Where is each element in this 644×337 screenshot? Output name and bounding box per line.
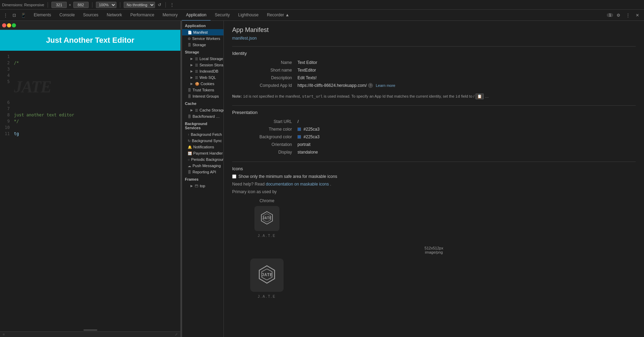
- sidebar-item-cookies[interactable]: ▶ 🍪 Cookies: [182, 81, 223, 87]
- manifest-json-link[interactable]: manifest.json: [232, 36, 636, 41]
- theme-color-value: #225ca3: [295, 125, 636, 133]
- payment-handler-icon: 🪟: [188, 151, 192, 155]
- cache-section-title: Cache: [182, 100, 223, 107]
- presentation-section-title: Presentation: [232, 105, 636, 115]
- computed-app-id-text: https://lit-cliffs-86624.herokuapp.com/: [297, 83, 367, 88]
- icons-section-title: Icons: [232, 162, 636, 171]
- note-text: Note: id is not specified in the manifes…: [232, 92, 636, 101]
- statusbar-icon: ≡: [3, 332, 5, 336]
- interest-groups-icon: 🗄: [188, 94, 191, 98]
- tab-sources[interactable]: Sources: [79, 10, 103, 21]
- tab-network[interactable]: Network: [103, 10, 126, 21]
- tab-elements[interactable]: Elements: [30, 10, 55, 21]
- cache-section: Cache ▶ ☰ Cache Storage 🗄 Back/forward c…: [182, 100, 223, 120]
- sidebar-item-interest-groups[interactable]: 🗄 Interest Groups: [182, 93, 223, 99]
- help-icon[interactable]: ?: [368, 83, 373, 88]
- jate-icon-svg: JATE: [259, 210, 275, 227]
- sidebar-item-service-workers[interactable]: ⚙ Service Workers: [182, 35, 223, 42]
- sidebar-item-bg-sync[interactable]: ↻ Background Sync: [182, 138, 223, 144]
- sidebar-item-local-storage[interactable]: ▶ ☰ Local Storage: [182, 56, 223, 62]
- tab-security[interactable]: Security: [211, 10, 234, 21]
- start-url-label: Start URL: [232, 118, 295, 125]
- sidebar-item-indexeddb[interactable]: ▶ ☰ IndexedDB: [182, 68, 223, 74]
- viewport-height[interactable]: [73, 2, 89, 8]
- maximize-btn[interactable]: [12, 23, 16, 27]
- sidebar-item-websql[interactable]: ▶ ☰ Web SQL: [182, 74, 223, 81]
- copy-id-button[interactable]: 📋: [475, 93, 484, 99]
- sidebar-item-cache-storage[interactable]: ▶ ☰ Cache Storage: [182, 107, 223, 113]
- app-header: Just Another Text Editor: [0, 30, 180, 51]
- sidebar-item-manifest[interactable]: 📄 Manifest: [182, 29, 223, 35]
- bg-sync-icon: ↻: [188, 139, 190, 143]
- settings-icon[interactable]: ⚙: [614, 11, 622, 19]
- bg-color-swatch[interactable]: [297, 135, 301, 139]
- doc-link[interactable]: documentation on maskable icons: [266, 182, 329, 187]
- short-name-label: Short name: [232, 66, 295, 74]
- sidebar-item-top-frame[interactable]: ▶ 🗔 top: [182, 183, 223, 189]
- code-line-7: 7: [0, 106, 180, 112]
- orientation-label: Orientation: [232, 141, 295, 148]
- tab-application[interactable]: Application: [182, 10, 211, 21]
- window-controls: [2, 23, 16, 27]
- more-toolbar-icon[interactable]: ⋮: [169, 2, 175, 8]
- close-devtools-icon[interactable]: ✕: [634, 11, 641, 19]
- sidebar-item-notifications[interactable]: 🔔 Notifications: [182, 144, 223, 150]
- code-line-10: 10: [0, 124, 180, 131]
- sidebar-item-storage[interactable]: 🗄 Storage: [182, 42, 223, 48]
- minimize-btn[interactable]: [7, 23, 11, 27]
- statusbar-right-icon: ⤢: [175, 332, 178, 336]
- sidebar-item-bg-fetch[interactable]: ↑ Background Fetch: [182, 131, 223, 138]
- sidebar-item-back-forward-cache[interactable]: 🗄 Back/forward cache: [182, 113, 223, 120]
- sidebar-item-push-messaging[interactable]: ☁ Push Messaging: [182, 163, 223, 169]
- separator-4: [165, 2, 166, 8]
- local-storage-icon: ☰: [195, 57, 198, 61]
- application-section-title: Application: [182, 22, 223, 29]
- tab-console[interactable]: Console: [55, 10, 79, 21]
- devtools-tabs: Elements Console Sources Network Perform…: [30, 10, 604, 21]
- tab-recorder[interactable]: Recorder ▲: [263, 10, 294, 21]
- device-icon[interactable]: 📱: [19, 11, 28, 19]
- tab-performance[interactable]: Performance: [126, 10, 158, 21]
- devtools-menu-icon[interactable]: ⋮: [1, 11, 10, 19]
- theme-color-swatch[interactable]: [297, 128, 301, 131]
- bg-color-hex: #225ca3: [303, 134, 319, 139]
- sidebar-item-payment-handler[interactable]: 🪟 Payment Handler: [182, 150, 223, 156]
- help-text: Need help? Read documentation on maskabl…: [232, 182, 636, 187]
- viewport-width[interactable]: [51, 2, 67, 8]
- inspect-icon[interactable]: ⊡: [10, 11, 18, 19]
- code-line-5: 5 JATE: [0, 79, 180, 99]
- zoom-select[interactable]: 100%: [96, 2, 116, 8]
- show-safe-area-label: Show only the minimum safe area for mask…: [238, 174, 337, 179]
- arrow-session-storage: ▶: [190, 63, 193, 67]
- manifest-page-title: App Manifest: [232, 26, 636, 34]
- jate-large-icon-svg: JATE: [256, 264, 278, 286]
- show-safe-area-checkbox[interactable]: [232, 174, 236, 179]
- horizontal-scrollbar-thumb[interactable]: [83, 329, 97, 331]
- throttle-select[interactable]: No throttling: [124, 2, 155, 8]
- arrow-local-storage: ▶: [190, 57, 193, 60]
- tab-lighthouse[interactable]: Lighthouse: [234, 10, 263, 21]
- sidebar-item-reporting-api[interactable]: 🗄 Reporting API: [182, 169, 223, 175]
- jate-icon-label: J.A.T.E: [258, 234, 276, 238]
- chrome-icon-box: JATE: [254, 206, 279, 231]
- computed-app-id-label: Computed App Id: [232, 82, 295, 89]
- tab-bar: ⋮ ⊡ 📱 Elements Console Sources Network P…: [0, 10, 644, 21]
- code-line-11: 11 tg: [0, 131, 180, 137]
- more-tabs-icon[interactable]: ⋮: [624, 11, 632, 19]
- rotate-icon[interactable]: ↺: [157, 2, 162, 8]
- learn-more-link[interactable]: Learn more: [376, 83, 395, 88]
- cookies-icon: 🍪: [195, 82, 199, 86]
- icon-size-label: 512x512px: [232, 246, 636, 250]
- orientation-value: portrait: [295, 141, 636, 148]
- sidebar-item-session-storage[interactable]: ▶ ☰ Session Storage: [182, 62, 223, 68]
- svg-text:JATE: JATE: [262, 216, 272, 220]
- display-label: Display: [232, 148, 295, 156]
- bg-services-section: Background Services ↑ Background Fetch ↻…: [182, 120, 223, 175]
- storage-section: Storage ▶ ☰ Local Storage ▶ ☰ Session St…: [182, 49, 223, 99]
- sidebar-item-trust-tokens[interactable]: 🗄 Trust Tokens: [182, 87, 223, 93]
- tab-memory[interactable]: Memory: [158, 10, 182, 21]
- sidebar-item-periodic-bg[interactable]: ○ Periodic Background...: [182, 156, 223, 163]
- reporting-api-icon: 🗄: [188, 170, 191, 174]
- close-btn[interactable]: [2, 23, 6, 27]
- description-value: Edit Texts!: [295, 74, 636, 82]
